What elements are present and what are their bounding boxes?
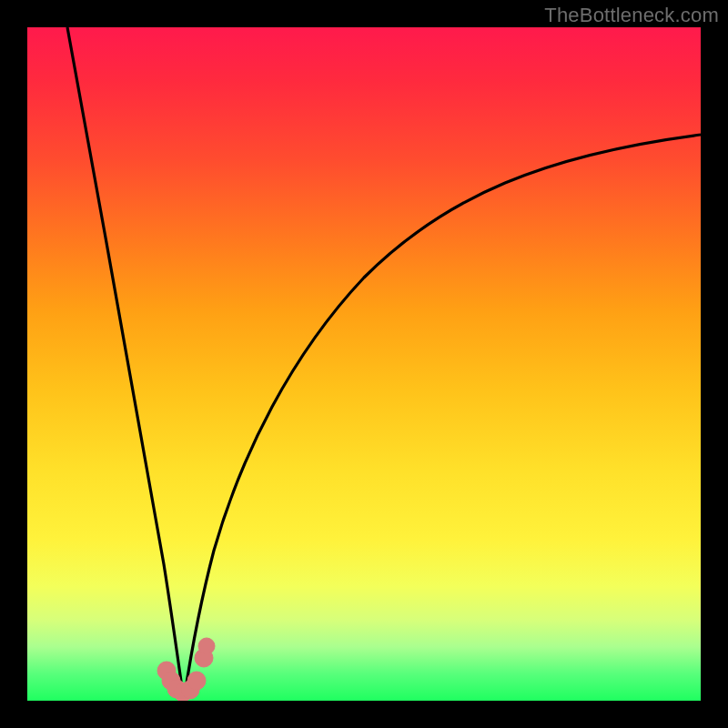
plot-area [27,27,701,701]
curve-right [184,135,701,701]
watermark-text: TheBottleneck.com [544,4,719,27]
marker-cluster [157,638,215,701]
outer-frame: TheBottleneck.com [0,0,728,728]
svg-point-7 [198,638,215,654]
curve-layer [27,27,701,701]
curve-left [67,27,184,701]
svg-point-5 [187,672,206,690]
